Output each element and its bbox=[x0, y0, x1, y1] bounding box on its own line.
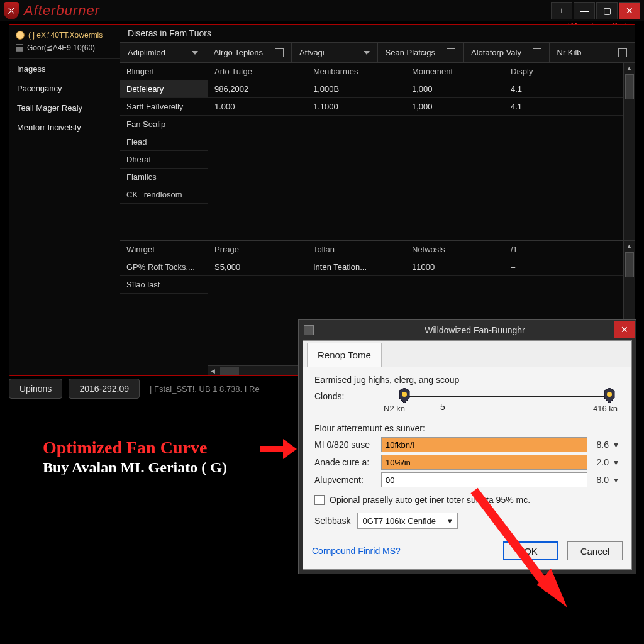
tab-3[interactable]: Sean Platcigs bbox=[378, 43, 464, 62]
sidebar-userline: ( j eX:"40TT.Xowermis bbox=[9, 28, 120, 42]
field-row-0: MI 0/820 suse 8.6 ▾ bbox=[314, 437, 620, 452]
chevron-down-icon[interactable]: ▾ bbox=[611, 457, 620, 467]
slider-handle-left[interactable] bbox=[397, 388, 411, 403]
sidebar-item-0[interactable]: Inagess bbox=[9, 59, 120, 79]
field-row-2: Alupvement: 8.0 ▾ bbox=[314, 472, 620, 487]
annotation-arrow-icon bbox=[259, 435, 297, 463]
checkbox[interactable] bbox=[314, 495, 325, 505]
window-plus-button[interactable]: + bbox=[551, 2, 572, 19]
checkbox-row[interactable]: Opional praselly auto get iner toter sur… bbox=[314, 495, 620, 505]
lcol-1[interactable]: Tollan bbox=[307, 241, 406, 258]
sidebar-item-2[interactable]: Teall Mager Realy bbox=[9, 98, 120, 118]
chevron-down-icon: ▾ bbox=[448, 516, 452, 526]
field-input-2[interactable] bbox=[381, 472, 587, 487]
select-dropdown[interactable]: 0GT7 106ïx Cenfide ▾ bbox=[357, 513, 458, 529]
row-label-1[interactable]: Detíeleary bbox=[120, 80, 208, 98]
chevron-down-icon bbox=[364, 51, 370, 55]
chevron-down-icon[interactable]: ▾ bbox=[611, 440, 620, 450]
dialog-help-link[interactable]: Cornpound Finrid MS? bbox=[312, 546, 401, 556]
cancel-button[interactable]: Cancel bbox=[567, 541, 623, 560]
field-right-2: 8.0 bbox=[587, 475, 611, 485]
filter-icon bbox=[618, 48, 627, 57]
row-label-2[interactable]: Sartt Faïlverelly bbox=[120, 98, 208, 116]
cell: – bbox=[504, 258, 603, 275]
col-1[interactable]: Menibarmes bbox=[307, 63, 406, 80]
col-2[interactable]: Momement bbox=[406, 63, 504, 80]
slider-left-tick: N2 kn bbox=[384, 404, 405, 413]
scroll-thumb[interactable] bbox=[625, 74, 634, 99]
sidebar-user-text: ( j eX:"40TT.Xowermis bbox=[28, 31, 103, 40]
ok-button[interactable]: OK bbox=[503, 541, 558, 560]
chevron-down-icon[interactable]: ▾ bbox=[611, 475, 620, 485]
lcol-2[interactable]: Netwosls bbox=[406, 241, 504, 258]
table-row[interactable]: 1.000 1.1000 1,000 4.1 – bbox=[208, 98, 635, 116]
sidebar-item-1[interactable]: Pacengancy bbox=[9, 79, 120, 98]
scroll-left-arrow-icon[interactable]: ◀ bbox=[208, 368, 218, 374]
svg-point-3 bbox=[607, 392, 612, 397]
tab-4-label: Alotaforp Valy bbox=[471, 48, 521, 57]
vertical-scrollbar[interactable]: ▲ bbox=[623, 63, 635, 240]
dialog-title-bar[interactable]: Willdowized Fan-Buunghr bbox=[299, 320, 636, 340]
scroll-thumb[interactable] bbox=[220, 367, 239, 375]
lower-row-labels: Winrget GP% Roft Tocks.... Sïlao last bbox=[120, 241, 208, 375]
annotation-title: Optimized Fan Curve bbox=[43, 438, 227, 458]
field-input-0[interactable] bbox=[381, 437, 587, 452]
row-label-7[interactable]: CK_'rendlosom bbox=[120, 186, 208, 204]
status-text: | Fstal_SST!. UB 1 8.738. I Re bbox=[150, 384, 260, 394]
window-close-button[interactable]: ✕ bbox=[619, 2, 640, 19]
chart-bar-icon bbox=[16, 44, 23, 52]
range-slider[interactable]: 5 bbox=[381, 393, 620, 399]
select-label: Selbbask bbox=[314, 516, 351, 526]
scroll-up-arrow-icon[interactable]: ▲ bbox=[624, 241, 635, 251]
scroll-thumb[interactable] bbox=[625, 252, 634, 277]
field-right-0: 8.6 bbox=[587, 440, 611, 450]
dialog-close-button[interactable]: ✕ bbox=[614, 321, 635, 338]
row-label-5[interactable]: Dherat bbox=[120, 151, 208, 169]
lcol-3[interactable]: /1 bbox=[504, 241, 603, 258]
sidebar-item-3[interactable]: Menforr Incivelsty bbox=[9, 118, 120, 137]
tab-1[interactable]: Alrgo Teplons bbox=[206, 43, 292, 62]
title-bar: Afterburner + — ▢ ✕ bbox=[0, 0, 644, 21]
filter-icon bbox=[447, 48, 455, 57]
sidebar-statline: Goor(≦A4E9 10(60) bbox=[9, 42, 120, 59]
col-0[interactable]: Arto Tutge bbox=[208, 63, 307, 80]
window-maximize-button[interactable]: ▢ bbox=[596, 2, 618, 19]
tab-2[interactable]: Attvagi bbox=[292, 43, 378, 62]
dialog-app-icon bbox=[304, 325, 314, 335]
dialog-description: Earmised jug highs, elerg, ang scoup bbox=[314, 375, 620, 385]
row-labels: Blingert Detíeleary Sartt Faïlverelly Fa… bbox=[120, 63, 208, 240]
slider-handle-right[interactable] bbox=[602, 388, 616, 403]
tab-5[interactable]: Nr Kilb bbox=[550, 43, 635, 62]
lower-label-2[interactable]: Sïlao last bbox=[120, 276, 208, 294]
lower-label-0[interactable]: Winrget bbox=[120, 241, 208, 258]
field-row-1: Anade cure a: 2.0 ▾ bbox=[314, 455, 620, 470]
col-3[interactable]: Disply bbox=[504, 63, 603, 80]
status-button-1[interactable]: Upinons bbox=[9, 379, 62, 399]
dialog-title-text: Willdowized Fan-Buunghr bbox=[319, 325, 631, 335]
annotation-block: Optimized Fan Curve Buy Avalan MI. Geria… bbox=[43, 438, 227, 476]
field-input-1[interactable] bbox=[381, 455, 587, 470]
lower-label-1[interactable]: GP% Roft Tocks.... bbox=[120, 258, 208, 276]
row-label-6[interactable]: Fiamlics bbox=[120, 169, 208, 186]
cell: Inten Teation... bbox=[307, 258, 406, 275]
row-label-3[interactable]: Fan Sealip bbox=[120, 116, 208, 133]
table-row[interactable]: S5,000 Inten Teation... 11000 – – bbox=[208, 258, 635, 276]
row-label-4[interactable]: Flead bbox=[120, 133, 208, 151]
annotation-subtitle: Buy Avalan MI. Geriato ( G) bbox=[43, 459, 227, 476]
scroll-up-arrow-icon[interactable]: ▲ bbox=[624, 63, 635, 73]
tab-0[interactable]: Adiplimled bbox=[120, 43, 206, 62]
dialog-tabs: Renop Tome bbox=[303, 341, 631, 367]
svg-marker-1 bbox=[283, 439, 297, 459]
filter-icon bbox=[533, 48, 541, 57]
table-row[interactable]: 986,2002 1,000B 1,000 4.1 – bbox=[208, 80, 635, 98]
field-label: Anade cure a: bbox=[314, 457, 381, 467]
svg-point-2 bbox=[402, 392, 407, 397]
cell: 1,000 bbox=[406, 98, 504, 115]
row-label-0[interactable]: Blingert bbox=[120, 63, 208, 80]
window-minimize-button[interactable]: — bbox=[574, 2, 595, 19]
dialog-tab-active[interactable]: Renop Tome bbox=[307, 343, 382, 367]
lcol-0[interactable]: Prrage bbox=[208, 241, 307, 258]
tab-4[interactable]: Alotaforp Valy bbox=[464, 43, 550, 62]
dialog-body: Renop Tome Earmised jug highs, elerg, an… bbox=[303, 340, 632, 570]
status-button-2[interactable]: 2016-292.09 bbox=[69, 379, 140, 399]
